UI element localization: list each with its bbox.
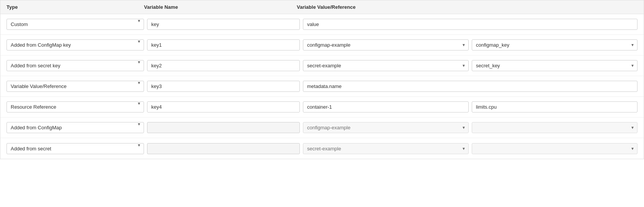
varname-col-1 bbox=[147, 39, 300, 51]
type-col-5: CustomAdded from ConfigMap keyAdded from… bbox=[6, 122, 144, 133]
value2-wrapper-1: configmap_key▼ bbox=[472, 39, 638, 51]
table-row: CustomAdded from ConfigMap keyAdded from… bbox=[0, 35, 644, 55]
header-value: Variable Value/Reference bbox=[297, 4, 638, 10]
value-col-5: configmap-example▼▼ bbox=[303, 122, 638, 133]
value-input-0[interactable] bbox=[303, 19, 638, 30]
value-col-1: configmap-example▼configmap_key▼ bbox=[303, 39, 638, 51]
table-row: CustomAdded from ConfigMap keyAdded from… bbox=[0, 138, 644, 159]
value-col-4 bbox=[303, 101, 638, 112]
type-select-wrapper-5: CustomAdded from ConfigMap keyAdded from… bbox=[6, 122, 144, 133]
value-input-3[interactable] bbox=[303, 81, 638, 92]
value2-select-5[interactable] bbox=[472, 122, 638, 133]
type-select-1[interactable]: CustomAdded from ConfigMap keyAdded from… bbox=[6, 39, 144, 51]
header-varname: Variable Name bbox=[144, 4, 297, 10]
type-select-2[interactable]: CustomAdded from ConfigMap keyAdded from… bbox=[6, 60, 144, 71]
value2-input-4[interactable] bbox=[472, 101, 638, 112]
type-col-1: CustomAdded from ConfigMap keyAdded from… bbox=[6, 39, 144, 51]
type-col-3: CustomAdded from ConfigMap keyAdded from… bbox=[6, 81, 144, 92]
table-row: CustomAdded from ConfigMap keyAdded from… bbox=[0, 55, 644, 76]
value1-wrapper-2: secret-example▼ bbox=[303, 60, 469, 71]
varname-input-6[interactable] bbox=[147, 143, 300, 154]
value-col-0 bbox=[303, 19, 638, 30]
value1-wrapper-5: configmap-example▼ bbox=[303, 122, 469, 133]
value1-wrapper-1: configmap-example▼ bbox=[303, 39, 469, 51]
value2-wrapper-6: ▼ bbox=[472, 143, 638, 154]
rows-container: CustomAdded from ConfigMap keyAdded from… bbox=[0, 14, 644, 159]
value2-wrapper-5: ▼ bbox=[472, 122, 638, 133]
table-header: Type Variable Name Variable Value/Refere… bbox=[0, 0, 644, 14]
type-select-wrapper-4: CustomAdded from ConfigMap keyAdded from… bbox=[6, 101, 144, 112]
type-col-6: CustomAdded from ConfigMap keyAdded from… bbox=[6, 143, 144, 154]
type-select-6[interactable]: CustomAdded from ConfigMap keyAdded from… bbox=[6, 143, 144, 154]
value1-input-4[interactable] bbox=[303, 101, 469, 112]
type-select-wrapper-3: CustomAdded from ConfigMap keyAdded from… bbox=[6, 81, 144, 92]
varname-input-0[interactable] bbox=[147, 19, 300, 30]
varname-col-6 bbox=[147, 143, 300, 154]
value-col-2: secret-example▼secret_key▼ bbox=[303, 60, 638, 71]
value2-select-1[interactable]: configmap_key bbox=[472, 39, 638, 51]
value2-wrapper-4 bbox=[472, 101, 638, 112]
varname-col-5 bbox=[147, 122, 300, 133]
type-select-wrapper-6: CustomAdded from ConfigMap keyAdded from… bbox=[6, 143, 144, 154]
varname-input-1[interactable] bbox=[147, 39, 300, 51]
value1-wrapper-6: secret-example▼ bbox=[303, 143, 469, 154]
type-select-wrapper-2: CustomAdded from ConfigMap keyAdded from… bbox=[6, 60, 144, 71]
varname-col-3 bbox=[147, 81, 300, 92]
type-col-4: CustomAdded from ConfigMap keyAdded from… bbox=[6, 101, 144, 112]
varname-input-3[interactable] bbox=[147, 81, 300, 92]
value2-wrapper-2: secret_key▼ bbox=[472, 60, 638, 71]
value2-select-6[interactable] bbox=[472, 143, 638, 154]
type-select-wrapper-1: CustomAdded from ConfigMap keyAdded from… bbox=[6, 39, 144, 51]
varname-input-5[interactable] bbox=[147, 122, 300, 133]
value1-select-2[interactable]: secret-example bbox=[303, 60, 469, 71]
value1-select-1[interactable]: configmap-example bbox=[303, 39, 469, 51]
type-col-0: CustomAdded from ConfigMap keyAdded from… bbox=[6, 19, 144, 30]
value2-select-2[interactable]: secret_key bbox=[472, 60, 638, 71]
value-col-6: secret-example▼▼ bbox=[303, 143, 638, 154]
table-row: CustomAdded from ConfigMap keyAdded from… bbox=[0, 117, 644, 138]
table-row: CustomAdded from ConfigMap keyAdded from… bbox=[0, 14, 644, 35]
value1-select-5[interactable]: configmap-example bbox=[303, 122, 469, 133]
type-select-4[interactable]: CustomAdded from ConfigMap keyAdded from… bbox=[6, 101, 144, 112]
varname-input-4[interactable] bbox=[147, 101, 300, 112]
value1-select-6[interactable]: secret-example bbox=[303, 143, 469, 154]
type-col-2: CustomAdded from ConfigMap keyAdded from… bbox=[6, 60, 144, 71]
type-select-wrapper-0: CustomAdded from ConfigMap keyAdded from… bbox=[6, 19, 144, 30]
varname-col-0 bbox=[147, 19, 300, 30]
table-row: CustomAdded from ConfigMap keyAdded from… bbox=[0, 76, 644, 97]
header-type: Type bbox=[6, 4, 144, 10]
value-col-3 bbox=[303, 81, 638, 92]
type-select-0[interactable]: CustomAdded from ConfigMap keyAdded from… bbox=[6, 19, 144, 30]
varname-col-4 bbox=[147, 101, 300, 112]
value1-wrapper-4 bbox=[303, 101, 469, 112]
table-row: CustomAdded from ConfigMap keyAdded from… bbox=[0, 97, 644, 117]
type-select-3[interactable]: CustomAdded from ConfigMap keyAdded from… bbox=[6, 81, 144, 92]
type-select-5[interactable]: CustomAdded from ConfigMap keyAdded from… bbox=[6, 122, 144, 133]
varname-input-2[interactable] bbox=[147, 60, 300, 71]
env-vars-table: Type Variable Name Variable Value/Refere… bbox=[0, 0, 644, 159]
varname-col-2 bbox=[147, 60, 300, 71]
